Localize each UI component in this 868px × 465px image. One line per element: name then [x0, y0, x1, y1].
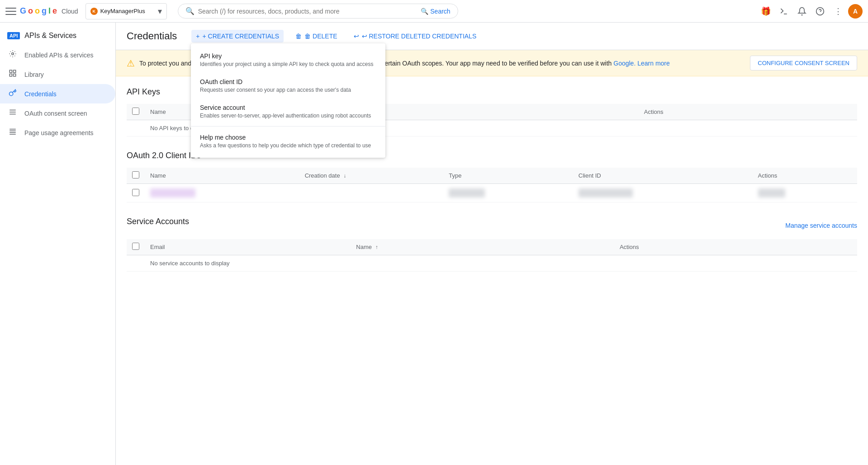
project-name: KeyManagerPlus	[100, 8, 145, 14]
oauth-type-header: Type	[443, 168, 573, 184]
sidebar-item-enabled-apis-label: Enabled APIs & services	[24, 52, 94, 59]
create-credentials-button[interactable]: + + CREATE CREDENTIALS	[191, 30, 284, 42]
search-button[interactable]: 🔍 Search	[421, 8, 450, 15]
restore-deleted-button[interactable]: ↩ ↩ RESTORE DELETED CREDENTIALS	[349, 30, 481, 42]
svg-point-3	[12, 53, 14, 55]
key-icon	[7, 89, 18, 99]
oauth-clients-section: OAuth 2.0 Client IDs Name Creation date …	[127, 151, 857, 202]
svg-rect-5	[14, 70, 16, 72]
learn-more-link[interactable]: Google. Learn more	[613, 60, 670, 67]
menu-item-oauth-client-title: OAuth client ID	[200, 78, 376, 85]
oauth-row-type	[443, 184, 573, 202]
delete-button[interactable]: 🗑 🗑 DELETE	[291, 30, 342, 42]
oauth-actions-header: Actions	[753, 168, 857, 184]
google-cloud-logo: Google Cloud	[20, 6, 78, 16]
app-layout: API APIs & Services Enabled APIs & servi…	[0, 23, 868, 465]
help-icon-button[interactable]	[812, 3, 828, 19]
project-icon: K	[90, 8, 98, 15]
menu-item-api-key-title: API key	[200, 52, 376, 60]
menu-item-service-account-desc: Enables server-to-server, app-level auth…	[200, 113, 376, 119]
sa-select-all-header	[127, 239, 145, 255]
warning-icon: ⚠	[127, 58, 135, 69]
notifications-icon-button[interactable]	[794, 3, 810, 19]
create-credentials-dropdown: API key Identifies your project using a …	[191, 43, 385, 158]
oauth-row-name	[145, 184, 299, 202]
sa-actions-header: Actions	[614, 239, 857, 255]
search-icon: 🔍	[185, 7, 194, 15]
oauth-client-id-header: Client ID	[573, 168, 753, 184]
svg-rect-7	[9, 74, 12, 76]
page-usage-icon	[7, 127, 18, 138]
service-accounts-table: Email Name ↑ Actions No service accounts…	[127, 239, 857, 272]
sort-asc-icon: ↑	[375, 244, 378, 250]
oauth-client-row	[127, 184, 857, 202]
sidebar-item-enabled-apis[interactable]: Enabled APIs & services	[0, 45, 115, 65]
sa-name-header[interactable]: Name ↑	[351, 239, 614, 255]
menu-item-service-account-title: Service account	[200, 104, 376, 111]
more-options-icon-button[interactable]: ⋮	[830, 3, 846, 19]
configure-consent-screen-button[interactable]: CONFIGURE CONSENT SCREEN	[750, 56, 857, 70]
api-keys-select-all-checkbox[interactable]	[132, 108, 139, 115]
menu-divider	[191, 126, 385, 127]
gift-icon-button[interactable]: 🎁	[758, 3, 774, 19]
trash-icon: 🗑	[295, 33, 302, 40]
restore-icon: ↩	[354, 33, 359, 40]
oauth-row-creation-date	[299, 184, 444, 202]
settings-icon	[7, 50, 18, 60]
menu-item-service-account[interactable]: Service account Enables server-to-server…	[191, 99, 385, 124]
chevron-down-icon: ▾	[158, 6, 162, 16]
oauth-icon	[7, 108, 18, 118]
sidebar-item-credentials-label: Credentials	[24, 90, 57, 98]
hamburger-menu-button[interactable]	[5, 6, 16, 17]
service-accounts-section: Service Accounts Manage service accounts…	[127, 217, 857, 272]
page-title: Credentials	[127, 30, 177, 42]
oauth-clients-table: Name Creation date ↓ Type Client ID Acti…	[127, 168, 857, 202]
sidebar-item-oauth-consent-label: OAuth consent screen	[24, 110, 87, 117]
user-avatar[interactable]: A	[848, 4, 863, 19]
oauth-select-all-header	[127, 168, 145, 184]
sidebar-item-page-usage[interactable]: Page usage agreements	[0, 123, 115, 142]
topbar: Google Cloud K KeyManagerPlus ▾ 🔍 🔍 Sear…	[0, 0, 868, 23]
plus-icon: +	[196, 33, 199, 40]
svg-rect-6	[14, 74, 16, 76]
sidebar-item-oauth-consent[interactable]: OAuth consent screen	[0, 103, 115, 123]
api-keys-select-all-header	[127, 104, 145, 120]
terminal-icon-button[interactable]	[776, 3, 792, 19]
manage-service-accounts-link[interactable]: Manage service accounts	[785, 222, 857, 229]
sa-empty-row: No service accounts to display	[127, 255, 857, 272]
sa-select-all-checkbox[interactable]	[132, 243, 139, 250]
svg-rect-4	[9, 70, 12, 72]
oauth-row-checkbox-cell	[127, 184, 145, 202]
menu-item-api-key-desc: Identifies your project using a simple A…	[200, 61, 376, 67]
svg-point-8	[9, 92, 13, 96]
oauth-name-header[interactable]: Name	[145, 168, 299, 184]
service-accounts-title: Service Accounts	[127, 217, 189, 226]
library-icon	[7, 69, 18, 80]
topbar-actions: 🎁 ⋮ A	[758, 3, 863, 19]
service-accounts-table-header: Email Name ↑ Actions	[127, 239, 857, 255]
sa-email-header: Email	[145, 239, 351, 255]
oauth-select-all-checkbox[interactable]	[132, 171, 139, 178]
project-selector[interactable]: K KeyManagerPlus ▾	[85, 3, 167, 19]
api-keys-actions-header: Actions	[639, 104, 857, 120]
menu-item-api-key[interactable]: API key Identifies your project using a …	[191, 47, 385, 73]
sort-desc-icon: ↓	[343, 173, 346, 179]
menu-item-help-choose[interactable]: Help me choose Asks a few questions to h…	[191, 128, 385, 154]
api-badge: API	[7, 32, 20, 39]
oauth-row-client-id	[573, 184, 753, 202]
service-accounts-header-row: Service Accounts Manage service accounts	[127, 217, 857, 234]
search-input[interactable]	[198, 8, 417, 15]
sidebar-item-library[interactable]: Library	[0, 65, 115, 84]
sidebar-item-credentials[interactable]: Credentials	[0, 84, 115, 103]
sa-empty-message: No service accounts to display	[145, 255, 857, 272]
menu-item-help-choose-desc: Asks a few questions to help you decide …	[200, 142, 376, 149]
menu-item-oauth-client[interactable]: OAuth client ID Requests user consent so…	[191, 73, 385, 99]
search-icon-btn: 🔍	[421, 8, 428, 15]
oauth-row-actions	[753, 184, 857, 202]
oauth-creation-date-header[interactable]: Creation date ↓	[299, 168, 444, 184]
oauth-row-checkbox[interactable]	[132, 189, 139, 196]
search-bar: 🔍 🔍 Search	[178, 4, 458, 19]
menu-item-help-choose-title: Help me choose	[200, 134, 376, 141]
oauth-clients-table-header: Name Creation date ↓ Type Client ID Acti…	[127, 168, 857, 184]
sidebar: API APIs & Services Enabled APIs & servi…	[0, 23, 116, 465]
